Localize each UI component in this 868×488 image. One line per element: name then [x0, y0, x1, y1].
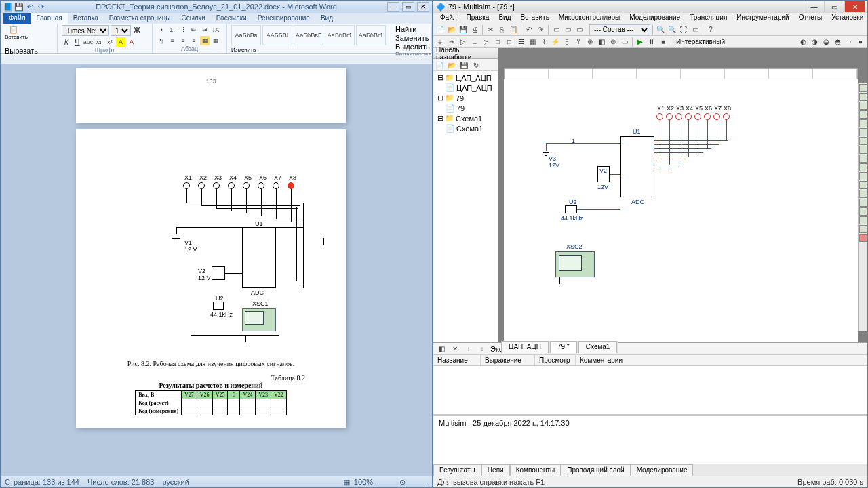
multimeter-icon[interactable]	[859, 84, 867, 92]
place-misc-icon[interactable]: ☰	[515, 37, 526, 47]
style-1[interactable]: ААББВІ	[262, 25, 292, 45]
numbering-button[interactable]: 1.	[167, 25, 177, 35]
status-lang[interactable]: русский	[162, 478, 189, 486]
ms-pin-x6[interactable]	[704, 113, 711, 120]
style-3[interactable]: АаБбВг1	[325, 25, 355, 45]
tab-review[interactable]: Рецензирование	[252, 13, 315, 24]
zoom-value[interactable]: 100%	[354, 478, 373, 487]
replace-button[interactable]: Заменить	[395, 34, 429, 42]
menu-options[interactable]: Установки	[827, 13, 867, 24]
tab-file[interactable]: Файл	[3, 13, 31, 24]
paste-icon[interactable]: 📋	[508, 24, 519, 35]
probe-icon[interactable]	[859, 234, 867, 242]
dist-icon[interactable]	[859, 181, 867, 189]
wordgen-icon[interactable]	[859, 146, 867, 154]
inst5-icon[interactable]: ○	[844, 37, 854, 47]
minimize-button[interactable]: —	[804, 1, 824, 12]
spec-icon[interactable]	[859, 190, 867, 198]
place-conn-icon[interactable]: ⊙	[608, 37, 618, 47]
tab-components[interactable]: Компоненты	[510, 464, 561, 476]
shading-button[interactable]: ▦	[200, 36, 210, 45]
place-ind-icon[interactable]: ⌇	[538, 37, 549, 47]
logic-icon[interactable]	[859, 155, 867, 163]
close-button[interactable]: ✕	[417, 2, 429, 12]
menu-edit[interactable]: Правка	[462, 13, 494, 24]
sup-button[interactable]: x²	[105, 37, 115, 47]
print-icon[interactable]: 🖨	[469, 24, 480, 35]
pause-icon[interactable]: ⏸	[646, 37, 657, 47]
place-rf-icon[interactable]: Y	[573, 37, 584, 47]
wattmeter-icon[interactable]	[859, 102, 867, 110]
menu-reports[interactable]: Отчеты	[795, 13, 827, 24]
font-color-button[interactable]: A	[127, 37, 136, 47]
tab-nets[interactable]: Цепи	[481, 464, 510, 476]
save-icon[interactable]: 💾	[458, 24, 469, 35]
help-icon[interactable]: ?	[705, 24, 716, 35]
menu-view[interactable]: Вид	[494, 13, 515, 24]
borders-button[interactable]: ▦	[211, 36, 220, 45]
tree-new-icon[interactable]: 📄	[434, 60, 445, 70]
fullscreen-icon[interactable]: ▭	[690, 24, 701, 35]
close-button[interactable]: ✕	[844, 1, 865, 12]
inuse-select[interactable]: --- Состав ---	[589, 24, 650, 35]
new-icon[interactable]: 📄	[435, 24, 446, 35]
tab-layout[interactable]: Разметка страницы	[104, 13, 176, 24]
component2-icon[interactable]: ▭	[562, 24, 573, 35]
tab-references[interactable]: Ссылки	[176, 13, 211, 24]
find-button[interactable]: Найти	[395, 25, 416, 33]
bullets-button[interactable]: •	[157, 25, 166, 35]
menu-sim[interactable]: Моделирование	[625, 13, 684, 24]
view-print-icon[interactable]: ▦	[343, 478, 350, 487]
tab-view[interactable]: Вид	[315, 13, 338, 24]
maximize-button[interactable]: ▭	[824, 1, 844, 12]
tab-insert[interactable]: Вставка	[68, 13, 104, 24]
bode-icon[interactable]	[859, 128, 867, 136]
tek-icon[interactable]	[859, 216, 867, 224]
status-page[interactable]: Страница: 133 из 144	[5, 478, 79, 486]
zoom-slider[interactable]: ———⊙———	[377, 478, 428, 487]
menu-mcu[interactable]: Микроконтроллеры	[555, 13, 624, 24]
mode-label[interactable]: Интерактивный	[676, 38, 725, 45]
place-misc2-icon[interactable]: ⋮	[561, 37, 572, 47]
ms-pin-x5[interactable]	[694, 113, 701, 120]
scope-icon[interactable]	[859, 110, 867, 119]
menu-file[interactable]: Файл	[436, 13, 461, 24]
underline-button[interactable]: Ч	[73, 37, 82, 47]
menu-transfer[interactable]: Трансляция	[686, 13, 731, 24]
ms-pin-x3[interactable]	[675, 113, 682, 120]
zoom-out-icon[interactable]: 🔍	[667, 24, 677, 35]
zoom-fit-icon[interactable]: ⛶	[678, 24, 689, 35]
labview-icon[interactable]	[859, 225, 867, 233]
place-mcu-icon[interactable]: ▭	[619, 37, 630, 47]
agilent-icon[interactable]	[859, 207, 867, 216]
maximize-button[interactable]: ▭	[402, 2, 414, 12]
ms-u1-block[interactable]	[620, 136, 654, 197]
copy-icon[interactable]: ⎘	[496, 24, 507, 35]
ms-pin-x7[interactable]	[713, 113, 720, 120]
minimize-button[interactable]: —	[387, 2, 399, 12]
align-left-button[interactable]: ≡	[167, 36, 177, 45]
component3-icon[interactable]: ▭	[574, 24, 585, 35]
menu-tools[interactable]: Инструментарий	[732, 13, 793, 24]
place-ni-icon[interactable]: ◧	[596, 37, 607, 47]
place-mixed-icon[interactable]: ▦	[527, 37, 538, 47]
qat-save-icon[interactable]: 💾	[14, 2, 24, 12]
sp-down-icon[interactable]: ↓	[477, 344, 488, 354]
tree-refresh-icon[interactable]: ↻	[471, 60, 481, 70]
tab-mailings[interactable]: Рассылки	[211, 13, 252, 24]
tab-results[interactable]: Результаты	[433, 464, 481, 476]
font-name-select[interactable]: Times New Ro	[62, 25, 109, 36]
ms-pin-x2[interactable]	[666, 113, 673, 120]
run-icon[interactable]: ▶	[635, 37, 646, 47]
iv-icon[interactable]	[859, 172, 867, 180]
place-cmos-icon[interactable]: □	[504, 37, 515, 47]
spreadsheet-grid[interactable]: Название Выражение Просмотр Комментарии	[433, 355, 867, 414]
italic-button[interactable]: К	[62, 37, 71, 47]
menu-insert[interactable]: Вставить	[516, 13, 553, 24]
ms-pin-x1[interactable]	[656, 113, 663, 120]
inst6-icon[interactable]: ●	[855, 37, 866, 47]
horizontal-ruler[interactable]	[1, 55, 432, 64]
sub-button[interactable]: x₂	[94, 37, 104, 47]
logic-conv-icon[interactable]	[859, 163, 867, 171]
net-icon[interactable]	[859, 199, 867, 207]
